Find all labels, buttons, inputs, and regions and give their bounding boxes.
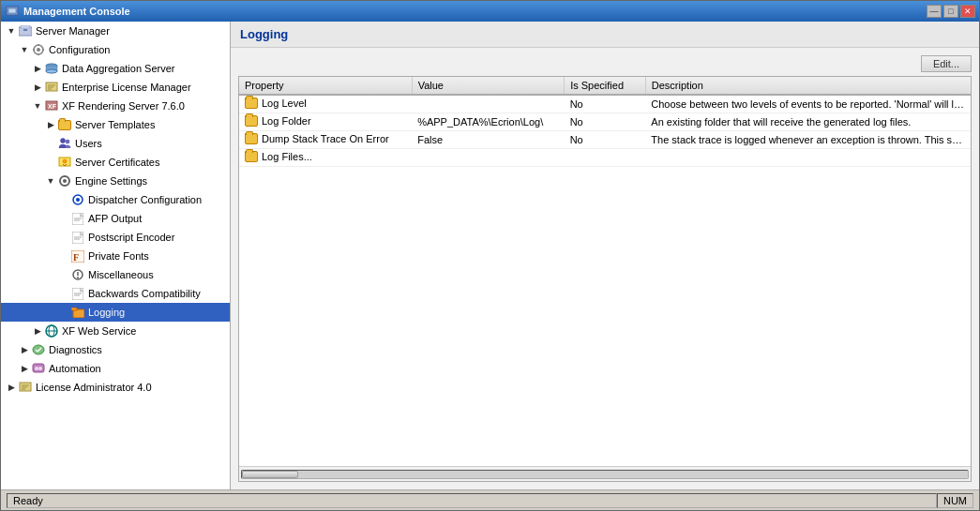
tree-item-engine-settings[interactable]: ▼ Engine Settings — [1, 172, 230, 190]
tree-item-server-templates[interactable]: ▶ Server Templates — [1, 115, 230, 134]
engine-settings-label: Engine Settings — [75, 173, 147, 189]
svg-point-53 — [35, 367, 38, 370]
status-ready: Ready — [7, 493, 937, 508]
tree-item-postscript[interactable]: Postscript Encoder — [1, 228, 230, 247]
svg-point-20 — [61, 139, 66, 143]
status-bar: Ready NUM — [1, 489, 979, 510]
maximize-button[interactable]: □ — [943, 5, 958, 18]
svg-point-21 — [66, 140, 69, 143]
description-cell: Choose between two levels of events to b… — [645, 95, 971, 113]
enterprise-license-label: Enterprise License Manager — [62, 79, 191, 96]
right-panel: Logging Edit... Property Value Is Speci — [231, 22, 979, 489]
xf-web-service-icon — [44, 324, 59, 338]
status-text: Ready — [7, 493, 937, 508]
xf-web-service-label: XF Web Service — [62, 323, 136, 339]
server-certs-icon — [57, 156, 72, 169]
dispatcher-label: Dispatcher Configuration — [88, 191, 202, 208]
num-lock-indicator: NUM — [937, 493, 973, 508]
tree-item-configuration[interactable]: ▼ Configuration — [1, 40, 230, 59]
spacer — [44, 137, 57, 150]
postscript-icon — [70, 231, 85, 244]
tree-item-users[interactable]: Users — [1, 134, 230, 153]
svg-point-29 — [76, 198, 80, 202]
svg-rect-52 — [33, 364, 44, 372]
expander-icon: ▼ — [31, 99, 44, 113]
scrollbar-track[interactable] — [241, 470, 969, 479]
miscellaneous-label: Miscellaneous — [88, 266, 154, 283]
is-specified-cell: No — [565, 113, 646, 131]
property-name: Log Folder — [262, 115, 311, 127]
tree-item-enterprise-license[interactable]: ▶ Enterprise License Manager — [1, 78, 230, 97]
data-aggregation-label: Data Aggregation Server — [62, 60, 174, 77]
tree-item-server-certs[interactable]: Server Certificates — [1, 153, 230, 172]
value-cell: %APP_DATA%\Ecrion\Log\ — [412, 113, 565, 131]
panel-title: Logging — [240, 27, 288, 41]
col-header-description[interactable]: Description — [645, 77, 971, 95]
value-cell — [412, 149, 565, 167]
folder-icon — [245, 151, 258, 162]
data-table-container: Property Value Is Specified Description — [238, 76, 972, 482]
tree-item-dispatcher[interactable]: Dispatcher Configuration — [1, 190, 230, 209]
scrollbar-thumb[interactable] — [242, 471, 298, 478]
backwards-compat-label: Backwards Compatibility — [88, 285, 201, 302]
tree-item-private-fonts[interactable]: F Private Fonts — [1, 247, 230, 265]
afp-output-icon — [70, 212, 85, 225]
window-title: Management Console — [23, 6, 927, 17]
tree-item-automation[interactable]: ▶ Automation — [1, 359, 230, 378]
tree-item-afp-output[interactable]: AFP Output — [1, 209, 230, 228]
title-bar: Management Console — □ ✕ — [1, 1, 979, 22]
folder-icon — [245, 133, 258, 144]
table-row[interactable]: Log Level No Choose between two levels o… — [239, 95, 971, 113]
diagnostics-icon — [31, 343, 46, 356]
tree-item-logging[interactable]: Logging — [1, 303, 230, 322]
tree-item-data-aggregation[interactable]: ▶ Data Aggregation Server — [1, 59, 230, 78]
is-specified-cell: No — [565, 131, 646, 149]
logging-label: Logging — [88, 304, 125, 321]
col-header-property[interactable]: Property — [239, 77, 412, 95]
svg-rect-45 — [71, 308, 77, 310]
expander-icon: ▼ — [18, 43, 31, 56]
dispatcher-icon — [70, 193, 85, 206]
expander-icon: ▶ — [18, 362, 31, 375]
tree-item-server-manager[interactable]: ▼ Server Manager — [1, 22, 230, 40]
tree-item-license-admin[interactable]: ▶ License Administrator 4.0 — [1, 378, 230, 397]
expander-icon: ▼ — [5, 24, 18, 38]
afp-output-label: AFP Output — [88, 210, 142, 227]
property-cell: Log Level — [239, 95, 412, 113]
table-scroll-area[interactable]: Property Value Is Specified Description — [239, 77, 971, 466]
table-row[interactable]: Dump Stack Trace On Error False No The s… — [239, 131, 971, 149]
tree-item-xf-web-service[interactable]: ▶ XF Web Service — [1, 322, 230, 340]
private-fonts-icon: F — [70, 249, 85, 263]
col-header-value[interactable]: Value — [412, 77, 565, 95]
svg-point-40 — [77, 277, 79, 278]
expander-icon: ▶ — [18, 343, 31, 356]
property-cell: Log Files... — [239, 149, 412, 167]
tree-item-xf-rendering[interactable]: ▼ XF XF Rendering Server 7.6.0 — [1, 97, 230, 115]
value-cell: False — [412, 131, 565, 149]
svg-rect-1 — [8, 8, 16, 13]
server-templates-icon — [57, 118, 72, 131]
col-header-is-specified[interactable]: Is Specified — [565, 77, 646, 95]
horizontal-scrollbar[interactable] — [239, 466, 971, 481]
minimize-button[interactable]: — — [927, 5, 942, 18]
tree-item-miscellaneous[interactable]: Miscellaneous — [1, 265, 230, 284]
diagnostics-label: Diagnostics — [49, 341, 102, 358]
table-row[interactable]: Log Folder %APP_DATA%\Ecrion\Log\ No An … — [239, 113, 971, 131]
spacer — [57, 212, 70, 225]
tree-item-diagnostics[interactable]: ▶ Diagnostics — [1, 340, 230, 359]
xf-rendering-label: XF Rendering Server 7.6.0 — [62, 98, 185, 114]
close-button[interactable]: ✕ — [960, 5, 975, 18]
value-cell — [412, 95, 565, 113]
tree-item-backwards-compat[interactable]: Backwards Compatibility — [1, 284, 230, 303]
automation-label: Automation — [49, 360, 101, 377]
property-cell: Dump Stack Trace On Error — [239, 131, 412, 149]
table-row[interactable]: Log Files... — [239, 149, 971, 167]
panel-header: Logging — [231, 22, 979, 48]
license-admin-label: License Administrator 4.0 — [36, 379, 152, 396]
configuration-icon — [31, 43, 46, 56]
edit-button[interactable]: Edit... — [921, 55, 972, 72]
tree-panel: ▼ Server Manager ▼ — [1, 22, 231, 489]
users-icon — [57, 137, 72, 150]
svg-rect-2 — [19, 27, 32, 36]
logging-icon — [70, 306, 85, 319]
